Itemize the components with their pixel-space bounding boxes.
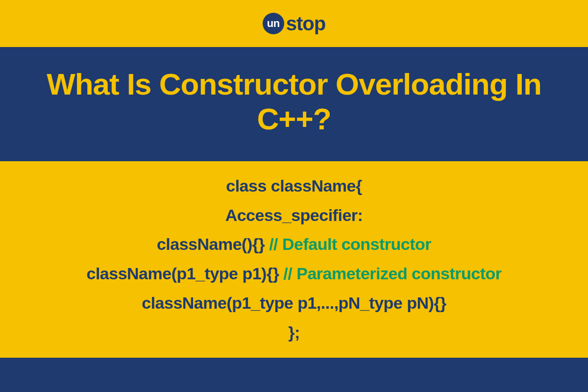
bottom-band (0, 358, 588, 392)
code-line-2: Access_specifier: (225, 204, 363, 227)
logo-circle-text: un (267, 17, 280, 30)
brand-logo: un stop (263, 13, 325, 35)
code-line-1: class className{ (226, 175, 362, 197)
code-line-3: className(){} // Default constructor (157, 233, 431, 256)
code-block: class className{ Access_specifier: class… (0, 161, 588, 358)
logo-circle-icon: un (263, 13, 284, 34)
title-band: What Is Constructor Overloading In C++? (0, 47, 588, 161)
code-line-4-code: className(p1_type p1){} (86, 264, 283, 283)
code-line-5: className(p1_type p1,...,pN_type pN){} (142, 292, 446, 315)
code-line-3-comment: // Default constructor (269, 235, 431, 253)
top-bar: un stop (0, 0, 588, 47)
code-line-3-code: className(){} (157, 235, 269, 253)
page-title: What Is Constructor Overloading In C++? (29, 67, 559, 137)
code-line-4: className(p1_type p1){} // Parameterized… (86, 263, 501, 285)
logo-rest-text: stop (286, 13, 325, 35)
code-line-6: }; (288, 321, 300, 344)
code-line-4-comment: // Parameterized constructor (283, 264, 501, 283)
